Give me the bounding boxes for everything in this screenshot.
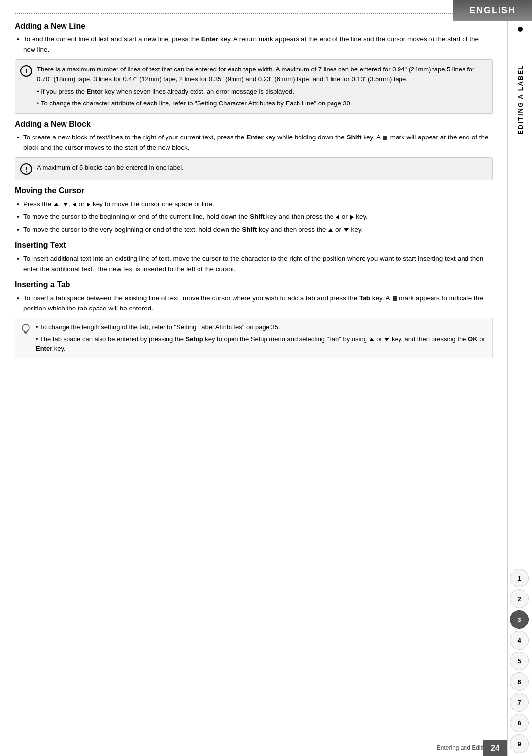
adding-new-block-notice: ! A maximum of 5 blocks can be entered i… <box>15 157 493 180</box>
notice-text-block: A maximum of 5 blocks can be entered in … <box>37 164 184 171</box>
chapter-tab-3[interactable]: 3 <box>510 610 529 629</box>
chapter-tab-8[interactable]: 8 <box>510 714 529 732</box>
bullet-dot <box>518 27 523 32</box>
inserting-tab-text1: To insert a tab space between the existi… <box>23 293 493 314</box>
arrow-up-icon <box>54 203 59 206</box>
moving-cursor-text3: To move the cursor to the very beginning… <box>23 225 493 235</box>
notice-content-1: There is a maximum number of lines of te… <box>37 65 486 109</box>
adding-new-block-text1: To create a new block of text/lines to t… <box>23 133 493 153</box>
dotted-divider <box>15 13 493 14</box>
bullet-symbol-5: • <box>17 226 19 234</box>
arrow-down-icon <box>63 203 68 206</box>
adding-new-line-heading: Adding a New Line <box>15 22 493 31</box>
right-sidebar: EDITING A LABEL 1 2 3 4 5 6 7 8 9 <box>507 21 532 756</box>
bullet-symbol-3: • <box>17 200 19 208</box>
moving-cursor-bullet2: • To move the cursor to the beginning or… <box>15 212 493 222</box>
bullet-symbol-4: • <box>17 213 19 221</box>
arrow-right-icon <box>87 202 90 207</box>
editing-label-container: EDITING A LABEL <box>508 21 532 178</box>
moving-cursor-text1: Press the , , or key to move the cursor … <box>23 199 493 209</box>
notice-text-3: • To change the character attribute of e… <box>37 99 486 108</box>
main-content: Adding a New Line • To end the current l… <box>0 0 507 756</box>
page-number: 24 <box>491 744 499 753</box>
chapter-tab-4[interactable]: 4 <box>510 631 529 650</box>
bullet-symbol-2: • <box>17 134 19 141</box>
svg-point-0 <box>22 324 29 331</box>
moving-cursor-heading: Moving the Cursor <box>15 186 493 195</box>
notice-text-2: • If you press the Enter key when seven … <box>37 87 486 97</box>
bullet-symbol-7: • <box>17 294 19 302</box>
inserting-tab-bullet1: • To insert a tab space between the exis… <box>15 293 493 314</box>
footer: Entering and Editing Text <box>15 744 502 751</box>
arrow-left-icon <box>73 202 76 207</box>
notice-content-2: A maximum of 5 blocks can be entered in … <box>37 163 486 172</box>
page-number-box: 24 <box>483 740 507 756</box>
moving-cursor-text2: To move the cursor to the beginning or e… <box>23 212 493 222</box>
moving-cursor-bullet3: • To move the cursor to the very beginni… <box>15 225 493 235</box>
tip-text-1: • To change the length setting of the ta… <box>36 322 486 332</box>
inserting-tab-heading: Inserting a Tab <box>15 280 493 289</box>
inserting-tab-tip: • To change the length setting of the ta… <box>15 318 493 358</box>
chapter-tab-2[interactable]: 2 <box>510 589 529 608</box>
adding-new-line-bullet1: • To end the current line of text and st… <box>15 34 493 55</box>
arrow-up-icon-3 <box>369 338 374 341</box>
arrow-down-icon-2 <box>344 228 349 232</box>
adding-new-line-text1: To end the current line of text and star… <box>23 34 493 55</box>
arrow-down-icon-3 <box>384 338 389 341</box>
arrow-left-icon-2 <box>336 215 339 220</box>
inserting-text-text1: To insert additional text into an existi… <box>23 254 493 275</box>
tip-text-2: • The tab space can also be entered by p… <box>36 334 486 354</box>
adding-new-line-notice: ! There is a maximum number of lines of … <box>15 59 493 114</box>
arrow-up-icon-2 <box>328 228 333 232</box>
chapter-tab-5[interactable]: 5 <box>510 652 529 670</box>
chapter-tab-6[interactable]: 6 <box>510 672 529 691</box>
chapter-tab-1[interactable]: 1 <box>510 569 529 587</box>
moving-cursor-bullet1: • Press the , , or key to move the curso… <box>15 199 493 209</box>
tab-mark-icon <box>393 296 397 301</box>
notice-icon-2: ! <box>20 163 32 175</box>
arrow-right-icon-2 <box>350 215 354 220</box>
inserting-text-bullet1: • To insert additional text into an exis… <box>15 254 493 275</box>
notice-icon-1: ! <box>20 65 32 77</box>
sidebar-spacer <box>508 178 532 566</box>
inserting-text-heading: Inserting Text <box>15 241 493 250</box>
chapter-tab-9[interactable]: 9 <box>510 734 529 753</box>
chapter-tabs: 1 2 3 4 5 6 7 8 9 <box>508 566 532 756</box>
chapter-tab-7[interactable]: 7 <box>510 693 529 712</box>
tip-icon <box>20 323 31 336</box>
lightbulb-svg <box>21 323 31 336</box>
tip-content: • To change the length setting of the ta… <box>36 322 486 354</box>
notice-text-1: There is a maximum number of lines of te… <box>37 65 486 84</box>
bullet-symbol-1: • <box>17 35 19 43</box>
editing-a-label-text: EDITING A LABEL <box>517 65 524 135</box>
adding-new-block-heading: Adding a New Block <box>15 120 493 129</box>
adding-new-block-bullet1: • To create a new block of text/lines to… <box>15 133 493 153</box>
bullet-symbol-6: • <box>17 255 19 263</box>
block-mark-icon <box>383 136 387 140</box>
